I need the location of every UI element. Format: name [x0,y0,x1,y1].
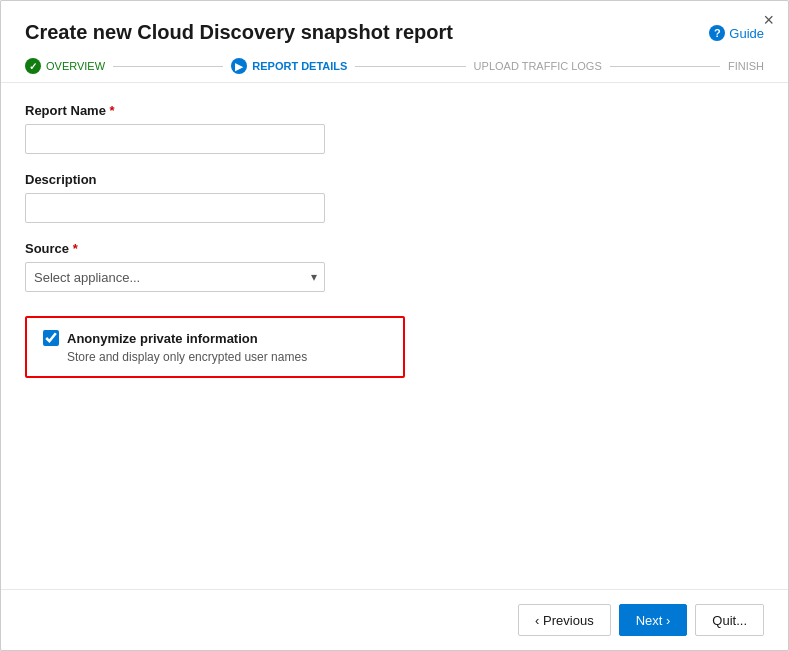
modal-container: × Create new Cloud Discovery snapshot re… [0,0,789,651]
step-overview-icon: ✓ [25,58,41,74]
description-input[interactable] [25,193,325,223]
step-line-3 [610,66,720,67]
report-name-label: Report Name * [25,103,764,118]
report-name-required: * [110,103,115,118]
modal-header: Create new Cloud Discovery snapshot repo… [1,1,788,44]
wizard-steps: ✓ OVERVIEW ▶ REPORT DETAILS UPLOAD TRAFF… [1,44,788,74]
source-label: Source * [25,241,764,256]
source-select[interactable]: Select appliance... Option 1 Option 2 [25,262,325,292]
quit-button[interactable]: Quit... [695,604,764,636]
source-group: Source * Select appliance... Option 1 Op… [25,241,764,292]
previous-button[interactable]: ‹ Previous [518,604,611,636]
next-button[interactable]: Next › [619,604,688,636]
description-group: Description [25,172,764,223]
anonymize-label[interactable]: Anonymize private information [67,331,258,346]
source-select-wrapper: Select appliance... Option 1 Option 2 ▾ [25,262,325,292]
step-overview-label: OVERVIEW [46,60,105,72]
source-required: * [73,241,78,256]
checkbox-row: Anonymize private information [43,330,387,346]
step-upload-traffic-logs: UPLOAD TRAFFIC LOGS [474,60,602,72]
step-upload-label: UPLOAD TRAFFIC LOGS [474,60,602,72]
close-button[interactable]: × [763,11,774,29]
step-finish-label: FINISH [728,60,764,72]
report-name-input[interactable] [25,124,325,154]
guide-label: Guide [729,26,764,41]
step-report-details: ▶ REPORT DETAILS [231,58,347,74]
anonymize-description: Store and display only encrypted user na… [67,350,387,364]
modal-title: Create new Cloud Discovery snapshot repo… [25,21,453,44]
description-label: Description [25,172,764,187]
step-finish: FINISH [728,60,764,72]
step-overview: ✓ OVERVIEW [25,58,105,74]
guide-button[interactable]: ? Guide [709,25,764,41]
modal-footer: ‹ Previous Next › Quit... [1,589,788,650]
step-report-details-label: REPORT DETAILS [252,60,347,72]
guide-icon: ? [709,25,725,41]
anonymize-checkbox[interactable] [43,330,59,346]
step-line-2 [355,66,465,67]
anonymize-section: Anonymize private information Store and … [25,316,405,378]
step-line-1 [113,66,223,67]
modal-body: Report Name * Description Source * Selec… [1,83,788,589]
report-name-group: Report Name * [25,103,764,154]
step-report-details-icon: ▶ [231,58,247,74]
